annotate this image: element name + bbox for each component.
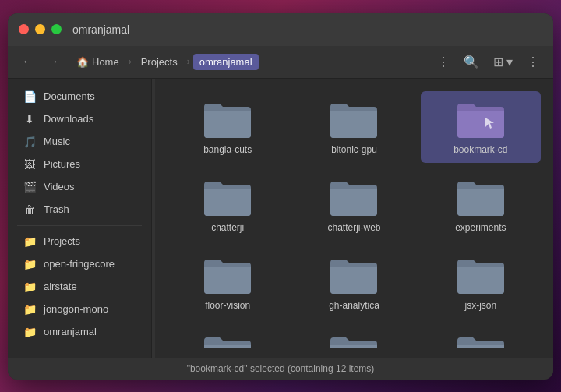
breadcrumb: 🏠 Home › Projects › omranjamal <box>70 54 426 70</box>
sidebar-item-jonogon-mono[interactable]: 📁 jonogon-mono <box>11 298 148 320</box>
folder-jsx-json[interactable]: jsx-json <box>421 247 541 319</box>
folder-icon-bookmark-cd <box>456 99 506 139</box>
breadcrumb-sep-2: › <box>187 56 190 67</box>
folder-icon-projects: 📁 <box>23 235 36 248</box>
sidebar-item-projects[interactable]: 📁 Projects <box>11 231 148 253</box>
sidebar-item-pictures[interactable]: 🖼 Pictures <box>11 154 148 175</box>
toolbar: ← → 🏠 Home › Projects › omranjamal ⋮ 🔍 ⊞ <box>8 46 553 79</box>
folder-experiments[interactable]: experiments <box>421 169 541 241</box>
back-button[interactable]: ← <box>17 52 39 71</box>
sidebar-item-airstate[interactable]: 📁 airstate <box>11 276 148 298</box>
folder-icon-jonogon: 📁 <box>23 303 36 316</box>
toolbar-actions: ⋮ 🔍 ⊞ ▾ ⋮ <box>432 51 544 72</box>
folder-partial-1[interactable] <box>168 325 288 348</box>
minimize-button[interactable] <box>35 24 45 34</box>
sidebar-divider <box>17 225 142 226</box>
folder-partial-3[interactable] <box>421 325 541 348</box>
file-grid: bangla-cuts bitonic-gpu <box>168 91 541 348</box>
breadcrumb-sep-1: › <box>129 56 132 67</box>
folder-icon-experiments <box>456 177 506 217</box>
trash-icon: 🗑 <box>23 203 36 216</box>
nav-buttons: ← → <box>17 52 64 71</box>
folder-floor-vision[interactable]: floor-vision <box>168 247 288 319</box>
folder-bangla-cuts[interactable]: bangla-cuts <box>168 91 288 163</box>
sidebar-item-trash[interactable]: 🗑 Trash <box>11 199 148 221</box>
folder-icon-bangla-cuts <box>203 99 252 139</box>
close-button[interactable] <box>19 24 29 34</box>
sidebar-item-downloads[interactable]: ⬇ Downloads <box>11 108 148 130</box>
menu-button[interactable]: ⋮ <box>432 51 454 72</box>
breadcrumb-projects[interactable]: Projects <box>135 54 184 70</box>
breadcrumb-home[interactable]: 🏠 Home <box>70 54 125 70</box>
more-button[interactable]: ⋮ <box>522 51 544 72</box>
folder-bookmark-cd[interactable]: bookmark-cd <box>421 91 541 163</box>
titlebar: omranjamal <box>8 13 553 46</box>
search-icon: 🔍 <box>464 55 479 69</box>
folder-label-chatterji-web: chatterji-web <box>327 222 380 233</box>
folder-icon-partial-2 <box>329 333 379 348</box>
folder-icon-partial-3 <box>456 333 506 348</box>
sidebar-item-omranjamal[interactable]: 📁 omranjamal <box>11 321 148 343</box>
maximize-button[interactable] <box>51 24 62 34</box>
file-manager-window: omranjamal ← → 🏠 Home › Projects › omran… <box>8 13 553 380</box>
folder-gh-analytica[interactable]: gh-analytica <box>294 247 414 319</box>
folder-partial-2[interactable] <box>294 325 414 348</box>
sidebar-item-documents[interactable]: 📄 Documents <box>11 86 148 108</box>
folder-label-gh-analytica: gh-analytica <box>329 300 379 311</box>
document-icon: 📄 <box>23 90 36 103</box>
folder-icon-partial-1 <box>203 333 252 348</box>
folder-label-bangla-cuts: bangla-cuts <box>203 144 252 155</box>
folder-icon-fringecore: 📁 <box>23 258 36 270</box>
statusbar: "bookmark-cd" selected (containing 12 it… <box>8 358 553 380</box>
folder-label-bitonic-gpu: bitonic-gpu <box>331 144 377 155</box>
folder-icon-bitonic-gpu <box>329 99 379 139</box>
folder-label-experiments: experiments <box>455 222 506 233</box>
folder-icon-jsx-json <box>456 255 506 295</box>
view-button[interactable]: ⊞ ▾ <box>489 51 517 72</box>
folder-label-bookmark-cd: bookmark-cd <box>453 144 507 155</box>
download-icon: ⬇ <box>23 113 36 125</box>
main-area: 📄 Documents ⬇ Downloads 🎵 Music 🖼 Pictur… <box>8 79 553 358</box>
folder-label-jsx-json: jsx-json <box>464 300 496 311</box>
music-icon: 🎵 <box>23 136 36 148</box>
sidebar: 📄 Documents ⬇ Downloads 🎵 Music 🖼 Pictur… <box>8 79 152 358</box>
folder-icon-chatterji-web <box>329 177 379 217</box>
home-icon: 🏠 <box>76 56 89 68</box>
view-icon: ⊞ <box>493 55 503 69</box>
folder-label-floor-vision: floor-vision <box>205 300 250 311</box>
window-controls <box>19 24 62 34</box>
folder-chatterji[interactable]: chatterji <box>168 169 288 241</box>
videos-icon: 🎬 <box>23 181 36 193</box>
folder-bitonic-gpu[interactable]: bitonic-gpu <box>294 91 414 163</box>
status-text: "bookmark-cd" selected (containing 12 it… <box>187 363 375 374</box>
folder-icon-floor-vision <box>203 255 252 295</box>
sidebar-item-music[interactable]: 🎵 Music <box>11 131 148 153</box>
sidebar-item-open-fringecore[interactable]: 📁 open-fringecore <box>11 253 148 275</box>
folder-icon-omranjamal: 📁 <box>23 326 36 338</box>
folder-icon-chatterji <box>203 177 252 217</box>
folder-chatterji-web[interactable]: chatterji-web <box>294 169 414 241</box>
pictures-icon: 🖼 <box>23 158 36 171</box>
dropdown-icon: ▾ <box>506 55 513 69</box>
file-area: bangla-cuts bitonic-gpu <box>155 79 553 358</box>
window-title: omranjamal <box>72 23 129 36</box>
folder-icon-gh-analytica <box>329 255 379 295</box>
search-button[interactable]: 🔍 <box>459 51 484 72</box>
sidebar-item-videos[interactable]: 🎬 Videos <box>11 176 148 198</box>
folder-label-chatterji: chatterji <box>211 222 244 233</box>
breadcrumb-current[interactable]: omranjamal <box>193 54 259 70</box>
folder-icon-airstate: 📁 <box>23 281 36 293</box>
forward-button[interactable]: → <box>42 52 64 71</box>
